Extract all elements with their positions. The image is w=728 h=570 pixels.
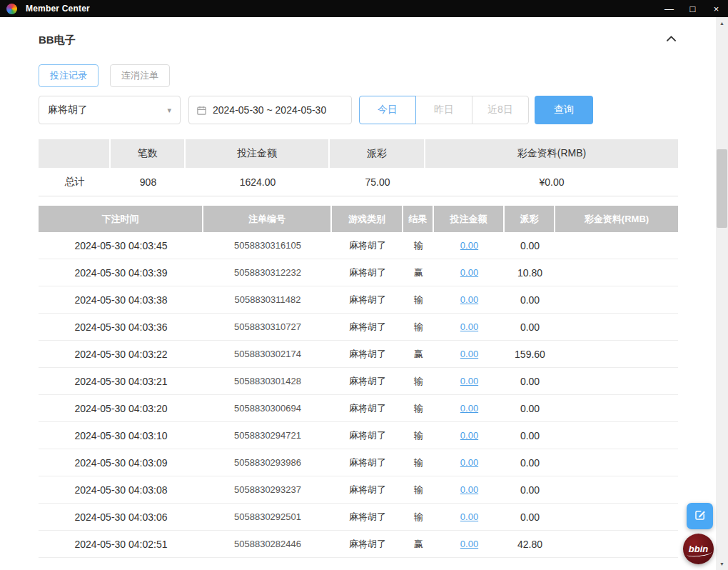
cell-order-number: 5058830302174 [203,341,332,367]
cell-bonus [555,341,678,367]
tab-cancelled-orders[interactable]: 连消注单 [110,64,170,87]
bet-amount-link[interactable]: 0.00 [460,484,478,495]
table-row: 2024-05-30 04:03:08 5058830293237 麻将胡了 输… [39,476,678,504]
cell-bet-amount: 0.00 [434,504,505,530]
bet-amount-link[interactable]: 0.00 [460,294,478,305]
bbin-logo-button[interactable]: bbin [683,534,714,564]
summary-total-count: 908 [111,168,186,196]
window-controls: — □ × [657,0,728,17]
bet-amount-link[interactable]: 0.00 [460,457,478,468]
summary-total-label: 总计 [39,168,111,196]
cell-bonus [555,476,678,503]
filter-bar: 麻将胡了 ▾ 2024-05-30 ~ 2024-05-30 今日 昨日 近8日… [39,96,678,124]
cell-payout: 0.00 [505,476,555,503]
bet-table-header-row: 下注时间 注单编号 游戏类别 结果 投注金额 派彩 彩金资料(RMB) [39,206,678,232]
bet-amount-link[interactable]: 0.00 [460,430,478,441]
cell-bet-amount: 0.00 [434,259,505,286]
cell-result: 输 [403,232,434,259]
app-window: Member Center — □ × BB电子 投注记录 连消注单 [0,0,728,570]
bet-amount-link[interactable]: 0.00 [460,539,478,549]
cell-result: 输 [403,476,434,503]
feedback-edit-button[interactable] [687,503,713,529]
cell-game-type: 麻将胡了 [332,476,403,503]
cell-result: 输 [403,504,434,530]
cell-result: 赢 [403,259,434,286]
titlebar: Member Center — □ × [0,0,728,17]
cell-bonus [555,314,678,340]
quick-range-yesterday[interactable]: 昨日 [415,96,472,124]
cell-bonus [555,504,678,530]
cell-result: 输 [403,422,434,449]
window-title: Member Center [26,4,90,14]
cell-bet-amount: 0.00 [434,395,505,421]
bet-amount-link[interactable]: 0.00 [460,349,478,359]
cell-result: 输 [403,449,434,476]
cell-payout: 159.60 [505,341,555,367]
minimize-button[interactable]: — [657,0,681,17]
chevron-down-icon: ▾ [167,106,171,115]
bet-amount-link[interactable]: 0.00 [460,376,478,386]
cell-bet-amount: 0.00 [434,422,505,449]
quick-range-today[interactable]: 今日 [359,96,416,124]
scroll-down-arrow-icon[interactable]: ▼ [716,558,728,570]
bet-amount-link[interactable]: 0.00 [460,240,478,251]
bet-amount-link[interactable]: 0.00 [460,511,478,522]
cell-order-number: 5058830301428 [203,368,332,394]
cell-payout: 0.00 [505,422,555,449]
table-row: 2024-05-30 04:03:09 5058830293986 麻将胡了 输… [39,449,678,476]
table-row: 2024-05-30 04:03:36 5058830310727 麻将胡了 输… [39,314,678,341]
record-tabs: 投注记录 连消注单 [39,64,678,87]
cell-game-type: 麻将胡了 [332,232,403,259]
table-row: 2024-05-30 04:03:21 5058830301428 麻将胡了 输… [39,368,678,395]
cell-payout: 0.00 [505,449,555,476]
header-game-type: 游戏类别 [332,206,403,232]
table-row: 2024-05-30 04:03:39 5058830312232 麻将胡了 赢… [39,259,678,286]
cell-bet-time: 2024-05-30 04:03:06 [39,504,203,530]
cell-bet-time: 2024-05-30 04:03:39 [39,259,203,286]
header-payout: 派彩 [505,206,555,232]
game-select[interactable]: 麻将胡了 ▾ [39,96,181,124]
date-range-picker[interactable]: 2024-05-30 ~ 2024-05-30 [188,96,352,124]
cell-bonus [555,368,678,394]
cell-result: 输 [403,286,434,313]
header-bet-time: 下注时间 [39,206,203,232]
cell-bonus [555,449,678,476]
summary-total-row: 总计 908 1624.00 75.00 ¥0.00 [39,168,678,196]
scrollbar-thumb[interactable] [717,149,727,228]
header-result: 结果 [403,206,434,232]
table-row: 2024-05-30 04:03:38 5058830311482 麻将胡了 输… [39,286,678,314]
maximize-button[interactable]: □ [681,0,704,17]
search-button[interactable]: 查询 [535,96,593,124]
cell-payout: 0.00 [505,286,555,313]
cell-bonus [555,286,678,313]
cell-game-type: 麻将胡了 [332,368,403,394]
close-button[interactable]: × [704,0,728,17]
cell-order-number: 5058830292501 [203,504,332,530]
cell-bet-time: 2024-05-30 04:03:38 [39,286,203,313]
scroll-up-arrow-icon[interactable]: ▲ [716,17,728,29]
cell-game-type: 麻将胡了 [332,395,403,421]
cell-bet-amount: 0.00 [434,314,505,340]
cell-order-number: 5058830312232 [203,259,332,286]
date-range-value: 2024-05-30 ~ 2024-05-30 [213,104,326,116]
summary-header-bet-amount: 投注金额 [186,139,330,168]
quick-range-group: 今日 昨日 近8日 [359,96,529,124]
section-header: BB电子 [39,33,678,47]
cell-result: 输 [403,314,434,340]
chevron-up-icon [664,32,678,49]
summary-header-bonus: 彩金资料(RMB) [425,139,678,168]
bet-amount-link[interactable]: 0.00 [460,403,478,414]
cell-order-number: 5058830282446 [203,531,332,557]
cell-game-type: 麻将胡了 [332,449,403,476]
cell-bet-time: 2024-05-30 04:03:36 [39,314,203,340]
table-row: 2024-05-30 04:03:06 5058830292501 麻将胡了 输… [39,504,678,531]
bet-amount-link[interactable]: 0.00 [460,267,478,278]
calendar-icon [196,105,207,116]
tab-bet-records[interactable]: 投注记录 [39,64,98,87]
bet-amount-link[interactable]: 0.00 [460,321,478,332]
vertical-scrollbar[interactable]: ▲ ▼ [716,17,728,570]
quick-range-last8days[interactable]: 近8日 [472,96,529,124]
collapse-section-button[interactable] [664,32,678,49]
table-row: 2024-05-30 04:03:20 5058830300694 麻将胡了 输… [39,395,678,422]
cell-payout: 0.00 [505,314,555,340]
